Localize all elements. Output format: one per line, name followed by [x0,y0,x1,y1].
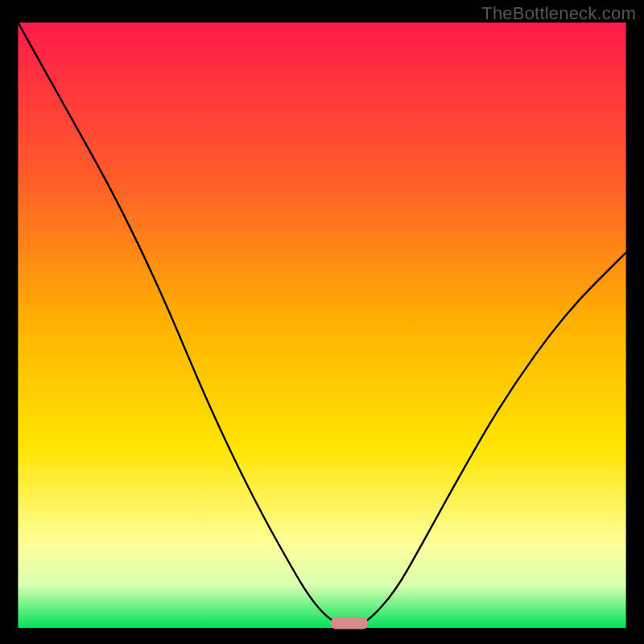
optimum-marker [331,617,367,629]
bottleneck-chart: TheBottleneck.com [0,0,644,644]
plot-area [18,23,625,628]
chart-canvas [0,0,644,644]
watermark-text: TheBottleneck.com [481,3,636,24]
